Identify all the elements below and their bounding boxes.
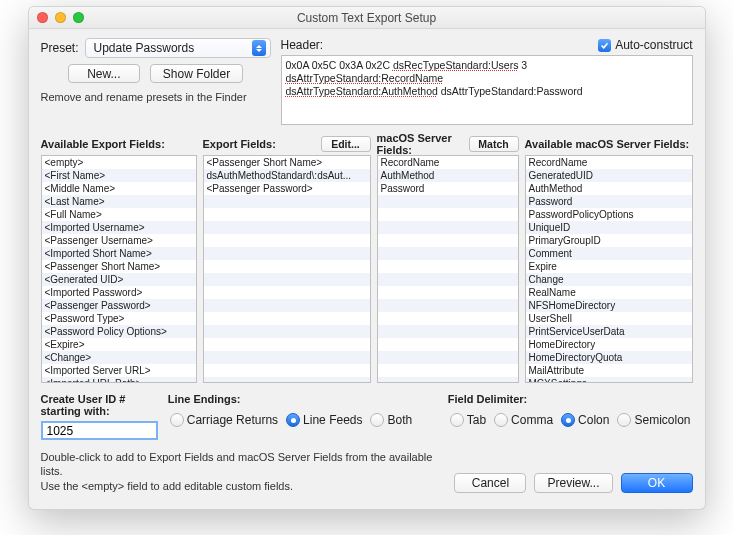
list-item[interactable]: <Imported Username> (42, 221, 196, 234)
list-item[interactable]: UserShell (526, 312, 692, 325)
list-item[interactable] (204, 247, 370, 260)
list-item[interactable] (378, 377, 518, 382)
list-item[interactable]: <Imported Password> (42, 286, 196, 299)
show-folder-button[interactable]: Show Folder (150, 64, 243, 83)
list-item[interactable]: MailAttribute (526, 364, 692, 377)
list-item[interactable] (204, 273, 370, 286)
radio-semicolon[interactable]: Semicolon (615, 411, 692, 429)
list-item[interactable] (378, 273, 518, 286)
scrollbar[interactable] (684, 158, 690, 380)
list-item[interactable]: Password (526, 195, 692, 208)
list-item[interactable]: RecordName (526, 156, 692, 169)
list-item[interactable]: dsAuthMethodStandard\:dsAut... (204, 169, 370, 182)
list-item[interactable]: <empty> (42, 156, 196, 169)
list-item[interactable]: Password (378, 182, 518, 195)
radio-tab[interactable]: Tab (448, 411, 488, 429)
ok-button[interactable]: OK (621, 473, 693, 493)
radio-carriage-returns[interactable]: Carriage Returns (168, 411, 280, 429)
uid-input[interactable] (41, 421, 158, 440)
list-item[interactable]: UniqueID (526, 221, 692, 234)
list-item[interactable] (378, 364, 518, 377)
list-item[interactable]: Comment (526, 247, 692, 260)
available-export-list[interactable]: <empty><First Name><Middle Name><Last Na… (41, 155, 197, 383)
list-item[interactable]: AuthMethod (378, 169, 518, 182)
list-item[interactable]: NFSHomeDirectory (526, 299, 692, 312)
available-server-list[interactable]: RecordNameGeneratedUIDAuthMethodPassword… (525, 155, 693, 383)
preset-popup[interactable]: Update Passwords (85, 38, 271, 58)
cancel-button[interactable]: Cancel (454, 473, 526, 493)
list-item[interactable] (204, 195, 370, 208)
header-textarea[interactable]: 0x0A 0x5C 0x3A 0x2C dsRecTypeStandard:Us… (281, 55, 693, 125)
scrollbar[interactable] (188, 158, 194, 380)
radio-colon[interactable]: Colon (559, 411, 611, 429)
list-item[interactable] (378, 338, 518, 351)
list-item[interactable] (378, 195, 518, 208)
list-item[interactable] (204, 377, 370, 382)
list-item[interactable]: <Password Type> (42, 312, 196, 325)
list-item[interactable]: <Imported Server URL> (42, 364, 196, 377)
list-item[interactable]: <Passenger Username> (42, 234, 196, 247)
list-item[interactable]: <Imported Short Name> (42, 247, 196, 260)
zoom-icon[interactable] (73, 12, 84, 23)
list-item[interactable] (378, 234, 518, 247)
new-preset-button[interactable]: New... (68, 64, 140, 83)
list-item[interactable]: AuthMethod (526, 182, 692, 195)
list-item[interactable]: RecordName (378, 156, 518, 169)
list-item[interactable]: <Expire> (42, 338, 196, 351)
list-item[interactable]: HomeDirectory (526, 338, 692, 351)
list-item[interactable]: GeneratedUID (526, 169, 692, 182)
list-item[interactable] (378, 299, 518, 312)
list-item[interactable] (204, 234, 370, 247)
list-item[interactable] (204, 260, 370, 273)
list-item[interactable]: <Password Policy Options> (42, 325, 196, 338)
list-item[interactable] (204, 299, 370, 312)
list-item[interactable] (204, 221, 370, 234)
export-fields-list[interactable]: <Passenger Short Name>dsAuthMethodStanda… (203, 155, 371, 383)
list-item[interactable]: <Passenger Short Name> (204, 156, 370, 169)
server-fields-list[interactable]: RecordNameAuthMethodPassword (377, 155, 519, 383)
edit-button[interactable]: Edit... (321, 136, 371, 152)
preview-button[interactable]: Preview... (534, 473, 612, 493)
list-item[interactable] (378, 208, 518, 221)
list-item[interactable] (204, 325, 370, 338)
list-item[interactable]: <Generated UID> (42, 273, 196, 286)
minimize-icon[interactable] (55, 12, 66, 23)
list-item[interactable]: RealName (526, 286, 692, 299)
list-item[interactable] (204, 208, 370, 221)
close-icon[interactable] (37, 12, 48, 23)
list-item[interactable]: <Imported URL Path> (42, 377, 196, 382)
list-item[interactable] (204, 312, 370, 325)
list-item[interactable] (204, 364, 370, 377)
radio-both[interactable]: Both (368, 411, 414, 429)
list-item[interactable]: <Middle Name> (42, 182, 196, 195)
list-item[interactable] (378, 351, 518, 364)
list-item[interactable]: MCXSettings (526, 377, 692, 382)
list-item[interactable] (204, 351, 370, 364)
list-item[interactable] (378, 325, 518, 338)
list-item[interactable] (378, 221, 518, 234)
list-item[interactable] (378, 260, 518, 273)
list-item[interactable]: PrimaryGroupID (526, 234, 692, 247)
radio-line-feeds[interactable]: Line Feeds (284, 411, 364, 429)
list-item[interactable]: <Passenger Short Name> (42, 260, 196, 273)
list-item[interactable]: PrintServiceUserData (526, 325, 692, 338)
list-item[interactable]: <Change> (42, 351, 196, 364)
list-item[interactable] (204, 338, 370, 351)
list-item[interactable]: Expire (526, 260, 692, 273)
list-item[interactable] (204, 286, 370, 299)
list-item[interactable]: <Passenger Password> (204, 182, 370, 195)
list-item[interactable]: HomeDirectoryQuota (526, 351, 692, 364)
match-button[interactable]: Match (469, 136, 519, 152)
radio-comma[interactable]: Comma (492, 411, 555, 429)
list-item[interactable]: <Passenger Password> (42, 299, 196, 312)
list-item[interactable] (378, 247, 518, 260)
list-item[interactable]: <First Name> (42, 169, 196, 182)
list-item[interactable]: <Full Name> (42, 208, 196, 221)
list-item[interactable]: Change (526, 273, 692, 286)
list-item[interactable] (378, 312, 518, 325)
auto-construct-checkbox[interactable]: Auto-construct (598, 38, 692, 52)
list-item[interactable]: PasswordPolicyOptions (526, 208, 692, 221)
list-item[interactable]: <Last Name> (42, 195, 196, 208)
preset-section: Preset: Update Passwords New... Show Fol… (41, 38, 271, 125)
list-item[interactable] (378, 286, 518, 299)
